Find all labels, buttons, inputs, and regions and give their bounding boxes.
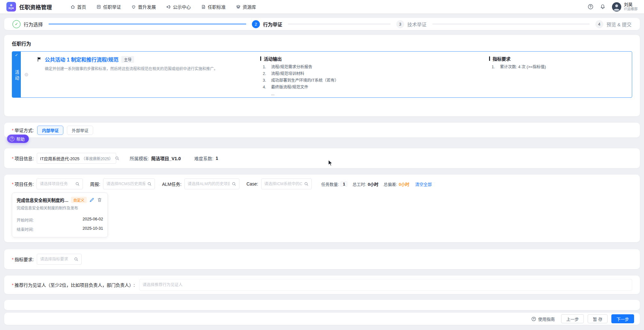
witness-section: 推荐行为见证人（至少2位，比如项目负责人，部门负责人）:	[4, 276, 640, 294]
help-icon[interactable]	[588, 4, 593, 10]
total-hours-stat: 总工时: 0小时	[352, 181, 378, 187]
activity-metrics-col: 指标要求 累计次数: 4 次 (>=指标值)	[489, 55, 629, 96]
nav-item-library[interactable]: 资源库	[236, 4, 256, 10]
nav-label: 资源库	[243, 4, 256, 10]
total-deviation-value: 0小时	[399, 181, 409, 187]
step-connector	[49, 24, 246, 24]
metric-requirement-section: 指标要求:	[4, 249, 640, 269]
evidence-method-label: 举证方式:	[12, 127, 34, 133]
step-preview-submit[interactable]: 4 预览 & 提交	[595, 20, 632, 28]
edit-task-button[interactable]	[89, 197, 94, 202]
project-info-section: 项目信息: IT应用系统迭代-2025 （革故鼎新2025） 所属模板: 简洁项…	[4, 148, 640, 168]
page-content: ✓ 行为选择 2 行为举证 3 技术举证 4 预览 & 提交 任职行为	[0, 13, 644, 325]
home-icon	[70, 4, 75, 9]
step-label: 行为举证	[263, 21, 282, 28]
help-fab-label: 帮助	[16, 136, 25, 142]
help-fab-button[interactable]: ? 帮助	[7, 135, 29, 143]
project-task-input[interactable]	[40, 182, 73, 186]
metric-requirement-select[interactable]	[37, 254, 82, 265]
next-step-button[interactable]: 下一步	[611, 314, 634, 323]
metric-requirement-label: 指标要求:	[12, 256, 34, 262]
activity-selector-dot[interactable]	[25, 73, 28, 76]
metrics-title: 指标要求	[489, 55, 629, 62]
difficulty-value: 1	[216, 156, 218, 161]
start-date-value: 2025-06-02	[83, 217, 103, 223]
witness-input[interactable]	[142, 283, 629, 287]
nav-label: 首页	[77, 4, 86, 10]
screen: ❖ RQM 任职资格管理 首页 任职举证 晋升发展 公示中心	[0, 0, 644, 330]
step-check-icon: ✓	[12, 20, 20, 28]
project-info-label: 项目信息:	[12, 155, 34, 161]
end-date-label: 结束时间:	[17, 226, 34, 232]
activity-role-tag: 主导	[121, 56, 134, 63]
internal-evidence-button[interactable]: 内部举证	[37, 126, 63, 135]
project-info-select[interactable]: IT应用系统迭代-2025 （革故鼎新2025）	[37, 153, 116, 164]
search-icon	[75, 182, 80, 186]
search-icon	[74, 257, 78, 261]
save-draft-button[interactable]: 暂 存	[588, 314, 608, 323]
alm-task-label: ALM任务:	[162, 181, 181, 187]
outputs-more: ...	[260, 92, 489, 96]
output-item: 流程/规范培训材料	[263, 70, 489, 77]
project-info-value: IT应用系统迭代-2025	[40, 155, 79, 161]
collapsed-section	[4, 300, 640, 310]
activity-description: 确定并创建一系列做事的步骤和标准，然后将这些流程和规范在相关的范围或组织中进行实…	[37, 66, 235, 72]
task-card-subtitle: 完成信息安全相关制度的制作及发布	[17, 205, 103, 210]
clear-all-link[interactable]: 清空全部	[415, 181, 432, 187]
app-logo-icon: ❖ RQM	[6, 2, 16, 12]
metric-requirement-input[interactable]	[40, 257, 72, 261]
usage-guide-link[interactable]: 使用指南	[531, 316, 555, 322]
footer-action-bar: 使用指南 上一步 暂 存 下一步	[4, 313, 640, 325]
selected-check-icon: ✓	[15, 53, 18, 57]
step-connector	[288, 24, 390, 24]
outputs-title: 活动输出	[260, 55, 489, 62]
behavior-section: 任职行为 ✓ 活动 公共活动 1 制定和推行流程/规范 主导 确定并创建一系列做…	[4, 35, 640, 116]
main-nav: 首页 任职举证 晋升发展 公示中心 任职标准 资源库	[70, 4, 256, 10]
search-icon	[115, 156, 119, 161]
output-item: 流程/规范需求分析报告	[263, 64, 489, 70]
file-icon	[201, 4, 206, 9]
clipboard-icon	[96, 4, 101, 9]
user-name: 刘昊	[624, 2, 638, 7]
search-icon	[304, 182, 309, 186]
witness-select[interactable]	[139, 279, 632, 291]
nav-label: 晋升发展	[138, 4, 156, 10]
nav-item-home[interactable]: 首页	[70, 4, 86, 10]
nav-label: 公示中心	[173, 4, 191, 10]
logo-text: RQM	[9, 7, 14, 10]
wizard-stepper: ✓ 行为选择 2 行为举证 3 技术举证 4 预览 & 提交	[4, 18, 640, 30]
prev-step-button[interactable]: 上一步	[561, 314, 584, 323]
case-label: Case:	[246, 181, 258, 186]
step-technical-evidence[interactable]: 3 技术举证	[396, 20, 427, 28]
task-card: 完成信息安全相关制度的… 自定义 完成信息安全相关制度的制作及发布 开始时间: …	[12, 193, 108, 237]
external-evidence-button[interactable]: 外部举证	[67, 126, 93, 135]
user-menu[interactable]: 刘昊 IT运维部	[612, 2, 638, 12]
evidence-method-section: 举证方式: 内部举证 外部举证	[4, 123, 640, 137]
step-behavior-evidence[interactable]: 2 行为举证	[252, 20, 282, 28]
step-behavior-select[interactable]: ✓ 行为选择	[12, 20, 43, 28]
weekly-report-input[interactable]	[106, 182, 145, 186]
task-card-title: 完成信息安全相关制度的…	[17, 197, 68, 203]
nav-item-evidence[interactable]: 任职举证	[96, 4, 121, 10]
activity-card[interactable]: ✓ 活动 公共活动 1 制定和推行流程/规范 主导 确定并创建一系列做事的步骤和…	[12, 51, 632, 98]
total-deviation-stat: 总偏差: 0小时	[383, 181, 409, 187]
activity-main-col: 公共活动 1 制定和推行流程/规范 主导 确定并创建一系列做事的步骤和标准，然后…	[37, 55, 260, 96]
nav-label: 任职举证	[103, 4, 121, 10]
case-select[interactable]	[261, 178, 312, 189]
case-input[interactable]	[264, 182, 302, 186]
nav-item-announcement[interactable]: 公示中心	[166, 4, 191, 10]
delete-task-button[interactable]	[97, 197, 102, 202]
alm-task-select[interactable]	[184, 178, 239, 189]
bell-icon[interactable]	[600, 4, 606, 10]
alm-task-input[interactable]	[188, 182, 230, 186]
search-icon	[147, 182, 152, 186]
nav-item-standard[interactable]: 任职标准	[201, 4, 226, 10]
metric-item: 累计次数: 4 次 (>=指标值)	[492, 64, 629, 70]
project-task-select[interactable]	[36, 178, 83, 189]
nav-item-promotion[interactable]: 晋升发展	[131, 4, 156, 10]
total-deviation-label: 总偏差:	[383, 181, 397, 187]
project-task-label: 项目任务:	[12, 181, 34, 187]
witness-label: 推荐行为见证人（至少2位，比如项目负责人，部门负责人）:	[12, 282, 135, 288]
weekly-report-select[interactable]	[103, 178, 155, 189]
activity-title-link[interactable]: 公共活动 1 制定和推行流程/规范	[45, 55, 118, 63]
